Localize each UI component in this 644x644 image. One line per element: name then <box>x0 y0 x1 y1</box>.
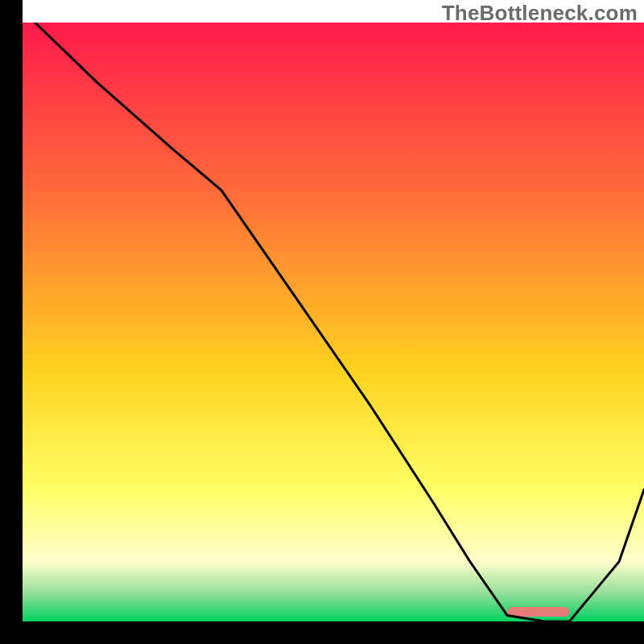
plot-wrap <box>0 0 644 644</box>
axis-left <box>0 0 23 644</box>
plot-svg <box>23 23 644 621</box>
gradient-background <box>23 23 644 621</box>
chart-stage: TheBottleneck.com <box>0 0 644 644</box>
axis-bottom <box>0 621 644 644</box>
trough-marker <box>507 607 569 617</box>
plot-area <box>23 23 644 621</box>
